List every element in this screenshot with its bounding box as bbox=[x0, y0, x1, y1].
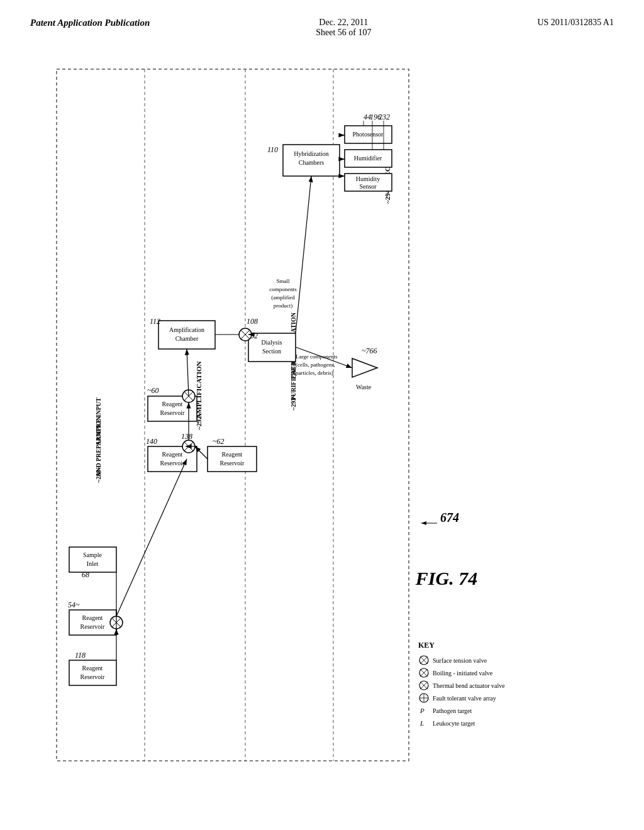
key-l-symbol: L bbox=[419, 719, 424, 727]
reagent-54-text-2: Reservoir bbox=[80, 623, 106, 630]
ref-112: 112 bbox=[150, 317, 160, 326]
ref-60: ~60 bbox=[147, 386, 159, 395]
key-surface-tension-text: Surface tension valve bbox=[433, 657, 487, 664]
header-sheet: Sheet 56 of 107 bbox=[316, 28, 371, 38]
ref-138: 138 bbox=[181, 432, 192, 441]
arrow-valve-amp bbox=[187, 349, 189, 396]
sample-ref: ~288~ bbox=[95, 467, 102, 483]
dialysis-text-2: Section bbox=[262, 348, 281, 355]
amplification-chamber-text-2: Chamber bbox=[175, 335, 199, 342]
arrow-sample-amp bbox=[116, 459, 187, 616]
key-thermal-text: Thermal bend actuator valve bbox=[433, 682, 505, 689]
reagent-118-box bbox=[69, 660, 116, 685]
humidity-sensor-text-2: Sensor bbox=[359, 183, 377, 190]
small-components-text-3: (amplified bbox=[271, 294, 295, 301]
reagent-140-text-2: Reservoir bbox=[160, 460, 186, 467]
small-components-text-4: product) bbox=[274, 302, 293, 309]
hybridization-chambers-text-2: Chambers bbox=[299, 159, 325, 166]
humidifier-text: Humidifier bbox=[354, 155, 382, 162]
page-header: Patent Application Publication Dec. 22, … bbox=[0, 0, 644, 38]
amplification-chamber-text-1: Amplification bbox=[169, 326, 204, 333]
ref-110: 110 bbox=[267, 145, 278, 154]
reagent-60-text-1: Reagent bbox=[162, 401, 183, 407]
reagent-62-box bbox=[208, 446, 257, 472]
ref-674-label: 674 bbox=[440, 511, 459, 524]
ref-108: 108 bbox=[247, 317, 258, 326]
waste-text: Waste bbox=[356, 384, 372, 390]
pre-hybrid-ref: ~293~ bbox=[290, 394, 297, 411]
key-leukocyte-text: Leukocyte target bbox=[433, 720, 475, 727]
ref-140: 140 bbox=[146, 437, 157, 446]
ref-232: 232 bbox=[379, 113, 390, 121]
reagent-118-text-2: Reservoir bbox=[80, 673, 106, 680]
sample-inlet-box bbox=[69, 547, 116, 572]
reagent-54-text-1: Reagent bbox=[82, 614, 103, 621]
waste-triangle bbox=[352, 358, 377, 377]
reagent-140-text-1: Reagent bbox=[162, 451, 183, 458]
ref-118: 118 bbox=[75, 651, 86, 660]
reagent-118-text-1: Reagent bbox=[82, 665, 103, 672]
photosensor-text: Photosensor bbox=[353, 131, 384, 138]
reagent-60-text-2: Reservoir bbox=[160, 409, 186, 416]
ref-62: ~62 bbox=[213, 437, 225, 446]
key-title: KEY bbox=[418, 641, 435, 650]
key-p-symbol: P bbox=[419, 707, 425, 714]
key-pathogen-text: Pathogen target bbox=[433, 707, 472, 714]
ref-68: 68 bbox=[82, 570, 89, 579]
header-center: Dec. 22, 2011 Sheet 56 of 107 bbox=[316, 18, 371, 38]
ref-766: ~766 bbox=[362, 346, 377, 355]
small-components-text-2: components bbox=[269, 286, 297, 292]
fig-label: FIG. 74 bbox=[415, 568, 477, 589]
reagent-54-box bbox=[69, 610, 116, 635]
hybridization-chambers-text-1: Hybridization bbox=[294, 150, 329, 157]
main-boundary-box bbox=[57, 69, 409, 761]
key-boiling-text: Boiling - initiated valve bbox=[433, 670, 493, 677]
large-comp-text-2: (cells, pathogens, bbox=[296, 362, 335, 368]
dialysis-text-1: Dialysis bbox=[262, 339, 282, 346]
reagent-62-text-1: Reagent bbox=[222, 451, 243, 458]
diagram-svg: DETECTION ~294~ PRE-HYBRIDIZATION PURIFI… bbox=[19, 44, 623, 799]
large-comp-text-1: Large components bbox=[296, 353, 338, 360]
header-date: Dec. 22, 2011 bbox=[319, 18, 368, 28]
humidity-sensor-text-1: Humidity bbox=[356, 175, 380, 182]
arrow-dialysis-hybrid bbox=[296, 176, 311, 333]
small-components-text-1: Small bbox=[276, 278, 290, 284]
reagent-62-text-2: Reservoir bbox=[220, 460, 245, 467]
header-patent: US 2011/0312835 A1 bbox=[537, 18, 614, 28]
large-comp-text-3: particles, debris) bbox=[296, 370, 333, 376]
sample-inlet-text-1: Sample bbox=[83, 551, 103, 558]
sample-inlet-text-2: Inlet bbox=[87, 560, 99, 567]
header-publication: Patent Application Publication bbox=[30, 18, 150, 28]
key-fault-text: Fault tolerant valve array bbox=[433, 695, 496, 702]
ref-54: 54~ bbox=[68, 600, 80, 609]
